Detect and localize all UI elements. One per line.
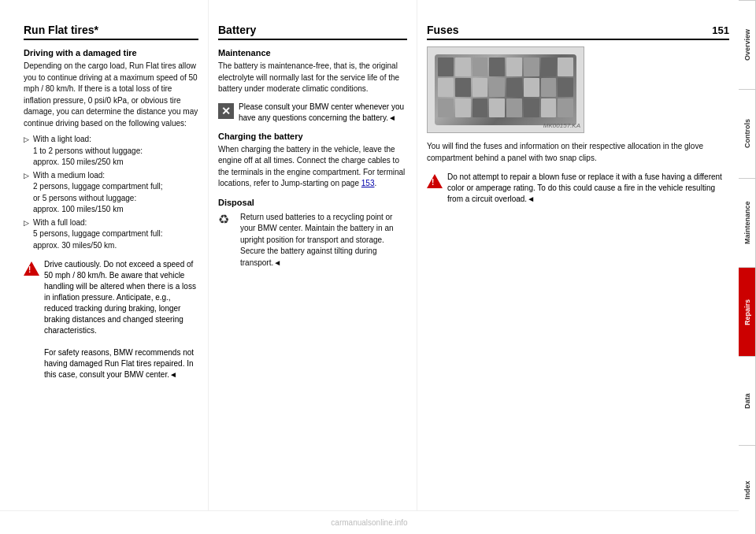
bullet-light-load-detail: 1 to 2 persons without luggage:approx. 1… — [33, 146, 143, 167]
fuses-warning-box: Do not attempt to repair a blown fuse or… — [427, 172, 729, 205]
fuses-title: Fuses — [427, 24, 712, 36]
bullet-arrow-3: ▷ — [24, 218, 33, 252]
battery-note-box: ✕ Please consult your BMW center wheneve… — [218, 102, 407, 124]
sidebar-tab-index[interactable]: Index — [739, 445, 756, 534]
sidebar-tab-overview[interactable]: Overview — [739, 0, 756, 89]
bullet-full-load-label: With a full load: — [33, 218, 87, 227]
bullet-content-3: With a full load: 5 persons, luggage com… — [33, 217, 198, 252]
col-battery: Battery Maintenance The battery is maint… — [209, 0, 417, 510]
sidebar-tab-maintenance[interactable]: Maintenance — [739, 178, 756, 267]
maintenance-title: Maintenance — [218, 48, 407, 57]
page-number: 151 — [712, 24, 729, 36]
run-flat-title: Run Flat tires* — [24, 24, 198, 40]
disposal-box: ♻ Return used batteries to a recycling p… — [218, 212, 407, 269]
note-icon: ✕ — [218, 103, 234, 119]
sidebar: Overview Controls Maintenance Repairs Da… — [739, 0, 756, 534]
fuses-body: You will find the fuses and information … — [427, 141, 729, 164]
sidebar-tab-controls[interactable]: Controls — [739, 89, 756, 178]
watermark-text: carmanualsonline.info — [331, 518, 407, 527]
run-flat-warning-text: Drive cautiously. Do not exceed a speed … — [44, 259, 198, 380]
charging-body: When charging the battery in the vehicle… — [218, 144, 407, 190]
fuses-triangle-shape — [427, 174, 443, 188]
sidebar-tab-data[interactable]: Data — [739, 356, 756, 445]
fuse-box-image: MK00157.KA — [427, 46, 584, 133]
bullet-medium-load: ▷ With a medium load: 2 persons, luggage… — [24, 170, 198, 216]
bullet-content-1: With a light load: 1 to 2 persons withou… — [33, 134, 198, 169]
bullet-medium-load-detail: 2 persons, luggage compartment full;or 5… — [33, 182, 163, 213]
warning-triangle-icon — [24, 261, 39, 276]
battery-title: Battery — [218, 24, 407, 40]
bottom-bar: carmanualsonline.info — [0, 510, 739, 534]
bullet-arrow-2: ▷ — [24, 171, 33, 216]
page-link-153[interactable]: 153 — [361, 179, 375, 187]
bullet-full-load: ▷ With a full load: 5 persons, luggage c… — [24, 217, 198, 252]
triangle-shape — [24, 261, 39, 276]
run-flat-warning-box: Drive cautiously. Do not exceed a speed … — [24, 259, 198, 380]
bullet-medium-load-label: With a medium load: — [33, 171, 105, 180]
fuses-warning-icon — [427, 173, 443, 189]
bullet-content-2: With a medium load: 2 persons, luggage c… — [33, 170, 198, 216]
image-caption: MK00157.KA — [543, 122, 580, 129]
col-run-flat: Run Flat tires* Driving with a damaged t… — [0, 0, 209, 510]
note-icon-symbol: ✕ — [221, 105, 231, 117]
col-fuses: Fuses 151 MK00157.KA You will find the f… — [417, 0, 739, 510]
maintenance-body: The battery is maintenance-free, that is… — [218, 61, 407, 95]
bullet-light-load: ▷ With a light load: 1 to 2 persons with… — [24, 134, 198, 169]
bullet-light-load-label: With a light load: — [33, 135, 91, 143]
sidebar-tab-repairs[interactable]: Repairs — [739, 267, 756, 356]
fuses-title-row: Fuses 151 — [427, 24, 729, 40]
disposal-title: Disposal — [218, 198, 407, 207]
disposal-text: Return used batteries to a recycling poi… — [240, 212, 407, 269]
fuses-warning-text: Do not attempt to repair a blown fuse or… — [447, 172, 729, 205]
main-content: Run Flat tires* Driving with a damaged t… — [0, 0, 739, 510]
bullet-arrow-1: ▷ — [24, 135, 33, 169]
battery-note-text: Please consult your BMW center whenever … — [239, 102, 407, 124]
driving-damaged-body: Depending on the cargo load, Run Flat ti… — [24, 61, 198, 129]
fuse-grid — [435, 54, 576, 125]
fuse-image-inner — [435, 54, 576, 125]
recycle-icon: ♻ — [218, 212, 235, 227]
bullet-full-load-detail: 5 persons, luggage compartment full:appr… — [33, 229, 163, 250]
charging-title: Charging the battery — [218, 132, 407, 141]
driving-damaged-title: Driving with a damaged tire — [24, 48, 198, 57]
